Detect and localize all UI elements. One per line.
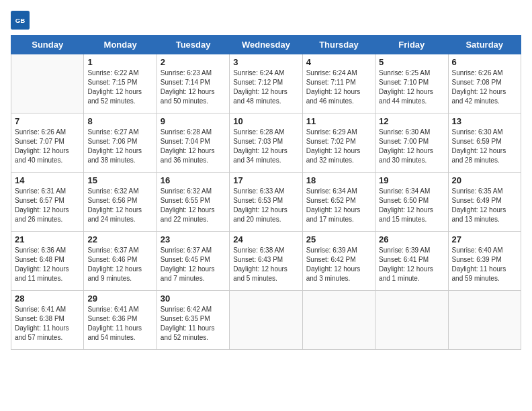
day-number: 9 — [161, 116, 226, 126]
day-info: Sunrise: 6:32 AMSunset: 6:56 PMDaylight:… — [87, 187, 152, 224]
day-number: 15 — [87, 175, 152, 185]
calendar-cell: 5Sunrise: 6:25 AMSunset: 7:10 PMDaylight… — [375, 54, 448, 113]
calendar-cell: 16Sunrise: 6:32 AMSunset: 6:55 PMDayligh… — [157, 173, 229, 232]
calendar-cell: 20Sunrise: 6:35 AMSunset: 6:49 PMDayligh… — [448, 173, 521, 232]
day-number: 14 — [15, 175, 80, 185]
day-info: Sunrise: 6:42 AMSunset: 6:35 PMDaylight:… — [161, 305, 226, 342]
day-info: Sunrise: 6:39 AMSunset: 6:41 PMDaylight:… — [379, 246, 444, 283]
day-info: Sunrise: 6:41 AMSunset: 6:36 PMDaylight:… — [87, 305, 152, 342]
day-number: 26 — [379, 234, 444, 244]
day-header-monday: Monday — [84, 36, 157, 54]
calendar-cell: 27Sunrise: 6:40 AMSunset: 6:39 PMDayligh… — [448, 232, 521, 291]
day-number: 16 — [161, 175, 226, 185]
calendar-cell: 24Sunrise: 6:38 AMSunset: 6:43 PMDayligh… — [230, 232, 302, 291]
calendar-cell: 22Sunrise: 6:37 AMSunset: 6:46 PMDayligh… — [84, 232, 157, 291]
day-number: 19 — [379, 175, 444, 185]
day-number: 25 — [306, 234, 371, 244]
svg-text:GB: GB — [15, 17, 26, 24]
calendar-cell: 11Sunrise: 6:29 AMSunset: 7:02 PMDayligh… — [302, 113, 375, 173]
day-number: 23 — [161, 234, 226, 244]
day-number: 20 — [452, 175, 517, 185]
day-number: 8 — [87, 116, 152, 126]
day-info: Sunrise: 6:34 AMSunset: 6:52 PMDaylight:… — [306, 187, 371, 224]
calendar-cell: 4Sunrise: 6:24 AMSunset: 7:11 PMDaylight… — [302, 54, 375, 113]
day-info: Sunrise: 6:26 AMSunset: 7:08 PMDaylight:… — [452, 68, 517, 106]
day-number: 29 — [87, 293, 152, 304]
calendar-cell: 1Sunrise: 6:22 AMSunset: 7:15 PMDaylight… — [84, 54, 157, 113]
day-number: 17 — [233, 175, 298, 185]
header-row: SundayMondayTuesdayWednesdayThursdayFrid… — [11, 36, 521, 54]
day-info: Sunrise: 6:27 AMSunset: 7:06 PMDaylight:… — [87, 128, 152, 165]
day-info: Sunrise: 6:35 AMSunset: 6:49 PMDaylight:… — [452, 187, 517, 224]
calendar-cell: 3Sunrise: 6:24 AMSunset: 7:12 PMDaylight… — [230, 54, 302, 113]
calendar-cell: 8Sunrise: 6:27 AMSunset: 7:06 PMDaylight… — [84, 113, 157, 173]
day-info: Sunrise: 6:30 AMSunset: 6:59 PMDaylight:… — [452, 128, 517, 165]
calendar-cell: 18Sunrise: 6:34 AMSunset: 6:52 PMDayligh… — [302, 173, 375, 232]
calendar-cell: 23Sunrise: 6:37 AMSunset: 6:45 PMDayligh… — [157, 232, 229, 291]
day-info: Sunrise: 6:34 AMSunset: 6:50 PMDaylight:… — [379, 187, 444, 224]
calendar-cell: 28Sunrise: 6:41 AMSunset: 6:38 PMDayligh… — [11, 291, 84, 350]
calendar-cell: 21Sunrise: 6:36 AMSunset: 6:48 PMDayligh… — [11, 232, 84, 291]
day-number: 24 — [233, 234, 298, 244]
calendar-table: SundayMondayTuesdayWednesdayThursdayFrid… — [11, 35, 521, 350]
day-info: Sunrise: 6:30 AMSunset: 7:00 PMDaylight:… — [379, 128, 444, 165]
calendar-cell: 15Sunrise: 6:32 AMSunset: 6:56 PMDayligh… — [84, 173, 157, 232]
day-number: 18 — [306, 175, 371, 185]
day-header-wednesday: Wednesday — [230, 36, 302, 54]
logo: GB — [11, 11, 32, 30]
day-info: Sunrise: 6:32 AMSunset: 6:55 PMDaylight:… — [161, 187, 226, 224]
calendar-week-1: 1Sunrise: 6:22 AMSunset: 7:15 PMDaylight… — [11, 54, 521, 113]
day-number: 7 — [15, 116, 80, 126]
day-number: 2 — [161, 57, 226, 67]
calendar-cell: 10Sunrise: 6:28 AMSunset: 7:03 PMDayligh… — [230, 113, 302, 173]
day-number: 28 — [15, 293, 80, 304]
day-number: 4 — [306, 57, 371, 67]
day-info: Sunrise: 6:23 AMSunset: 7:14 PMDaylight:… — [161, 68, 226, 106]
day-number: 13 — [452, 116, 517, 126]
logo-icon: GB — [11, 11, 30, 30]
calendar-cell: 6Sunrise: 6:26 AMSunset: 7:08 PMDaylight… — [448, 54, 521, 113]
calendar-cell: 9Sunrise: 6:28 AMSunset: 7:04 PMDaylight… — [157, 113, 229, 173]
calendar-cell: 19Sunrise: 6:34 AMSunset: 6:50 PMDayligh… — [375, 173, 448, 232]
day-info: Sunrise: 6:37 AMSunset: 6:45 PMDaylight:… — [161, 246, 226, 283]
day-number: 5 — [379, 57, 444, 67]
day-header-saturday: Saturday — [448, 36, 521, 54]
day-header-sunday: Sunday — [11, 36, 84, 54]
day-info: Sunrise: 6:22 AMSunset: 7:15 PMDaylight:… — [87, 68, 152, 106]
calendar-week-4: 21Sunrise: 6:36 AMSunset: 6:48 PMDayligh… — [11, 232, 521, 291]
calendar-week-3: 14Sunrise: 6:31 AMSunset: 6:57 PMDayligh… — [11, 173, 521, 232]
calendar-cell: 2Sunrise: 6:23 AMSunset: 7:14 PMDaylight… — [157, 54, 229, 113]
calendar-cell: 26Sunrise: 6:39 AMSunset: 6:41 PMDayligh… — [375, 232, 448, 291]
day-info: Sunrise: 6:28 AMSunset: 7:03 PMDaylight:… — [233, 128, 298, 165]
calendar-cell — [11, 54, 84, 113]
calendar-week-5: 28Sunrise: 6:41 AMSunset: 6:38 PMDayligh… — [11, 291, 521, 350]
calendar-cell: 7Sunrise: 6:26 AMSunset: 7:07 PMDaylight… — [11, 113, 84, 173]
day-info: Sunrise: 6:24 AMSunset: 7:12 PMDaylight:… — [233, 68, 298, 106]
calendar-cell: 25Sunrise: 6:39 AMSunset: 6:42 PMDayligh… — [302, 232, 375, 291]
day-info: Sunrise: 6:25 AMSunset: 7:10 PMDaylight:… — [379, 68, 444, 106]
calendar-week-2: 7Sunrise: 6:26 AMSunset: 7:07 PMDaylight… — [11, 113, 521, 173]
day-info: Sunrise: 6:29 AMSunset: 7:02 PMDaylight:… — [306, 128, 371, 165]
day-info: Sunrise: 6:33 AMSunset: 6:53 PMDaylight:… — [233, 187, 298, 224]
calendar-cell — [375, 291, 448, 350]
day-number: 30 — [161, 293, 226, 304]
day-info: Sunrise: 6:41 AMSunset: 6:38 PMDaylight:… — [15, 305, 80, 342]
day-info: Sunrise: 6:28 AMSunset: 7:04 PMDaylight:… — [161, 128, 226, 165]
day-number: 21 — [15, 234, 80, 244]
day-header-thursday: Thursday — [302, 36, 375, 54]
day-number: 27 — [452, 234, 517, 244]
calendar-cell — [448, 291, 521, 350]
day-number: 11 — [306, 116, 371, 126]
day-number: 6 — [452, 57, 517, 67]
calendar-cell: 14Sunrise: 6:31 AMSunset: 6:57 PMDayligh… — [11, 173, 84, 232]
day-info: Sunrise: 6:31 AMSunset: 6:57 PMDaylight:… — [15, 187, 80, 224]
calendar-cell — [230, 291, 302, 350]
day-info: Sunrise: 6:37 AMSunset: 6:46 PMDaylight:… — [87, 246, 152, 283]
day-info: Sunrise: 6:24 AMSunset: 7:11 PMDaylight:… — [306, 68, 371, 106]
calendar-cell: 13Sunrise: 6:30 AMSunset: 6:59 PMDayligh… — [448, 113, 521, 173]
day-number: 12 — [379, 116, 444, 126]
day-number: 22 — [87, 234, 152, 244]
day-number: 1 — [87, 57, 152, 67]
header-area: GB — [11, 11, 521, 30]
calendar-cell — [302, 291, 375, 350]
